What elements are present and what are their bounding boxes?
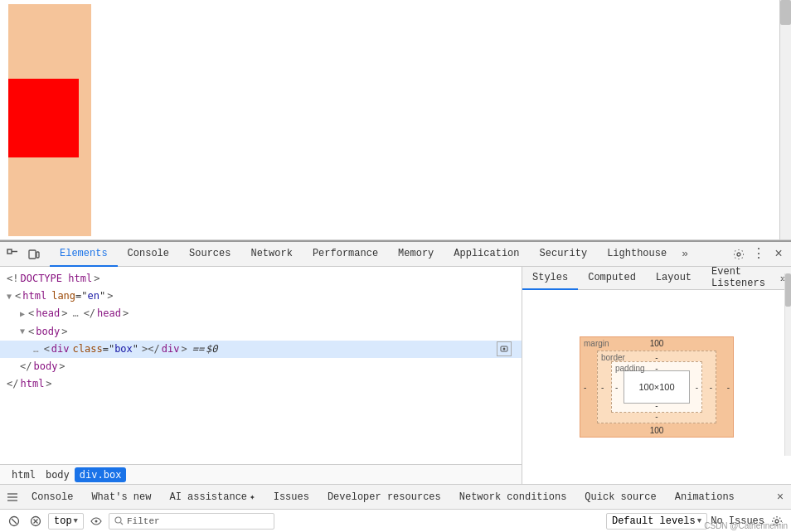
ai-assistance-icon: ✦ (250, 491, 255, 502)
tree-head: ▶ <head> … </head> (0, 305, 522, 322)
svg-rect-3 (36, 252, 39, 258)
default-levels-label: Default levels (612, 515, 696, 527)
bm-padding-label: padding (615, 364, 645, 373)
bm-border-bottom: - (655, 412, 658, 421)
svg-point-6 (503, 348, 506, 351)
head-toggle[interactable]: ▶ (20, 307, 25, 321)
bottom-toolbar: Console What's new AI assistance ✦ Issue… (0, 484, 791, 509)
devtools-more-icon[interactable]: ⋮ (750, 245, 768, 264)
svg-point-15 (95, 520, 98, 522)
bm-content-size: 100×100 (638, 382, 674, 392)
svg-point-4 (737, 253, 740, 256)
bottom-toolbar-close[interactable]: × (773, 490, 788, 505)
browser-scrollbar[interactable] (779, 0, 791, 239)
svg-rect-0 (7, 249, 12, 254)
svg-line-17 (121, 523, 124, 525)
node-screenshot-icon[interactable] (497, 341, 512, 356)
bottom-tab-ai-assistance[interactable]: AI assistance ✦ (161, 486, 263, 509)
devtools-panel: Elements Console Sources Network Perform… (0, 240, 791, 532)
bm-margin-bottom: 100 (650, 426, 664, 435)
tab-memory[interactable]: Memory (388, 242, 444, 267)
devtools-close-icon[interactable]: × (769, 245, 788, 264)
tab-console[interactable]: Console (118, 242, 179, 267)
svg-point-16 (115, 517, 121, 523)
eye-icon[interactable] (87, 512, 105, 530)
tab-computed[interactable]: Computed (578, 267, 646, 290)
bm-margin-right: - (727, 383, 730, 392)
breadcrumb-bar: html body div.box (0, 464, 522, 484)
console-filter-icon[interactable] (27, 512, 45, 530)
breadcrumb-html[interactable]: html (7, 467, 41, 482)
styles-panel: Styles Computed Layout Event Listeners »… (522, 267, 791, 484)
bm-margin[interactable]: margin 100 - - 100 border - - - - (580, 336, 734, 438)
tab-layout[interactable]: Layout (646, 267, 701, 290)
default-levels-selector[interactable]: Default levels ▼ (606, 513, 707, 530)
box-inner-red (8, 79, 79, 157)
more-tabs-button[interactable]: » (677, 242, 693, 267)
tab-network[interactable]: Network (240, 242, 302, 267)
bottom-tab-issues[interactable]: Issues (265, 486, 318, 509)
top-selector-label: top (54, 515, 72, 527)
tree-html-close: </html> (0, 375, 522, 393)
tab-elements[interactable]: Elements (50, 242, 118, 267)
body-toggle[interactable]: ▼ (20, 325, 25, 338)
svg-rect-2 (29, 250, 36, 259)
bm-border[interactable]: border - - - - padding - - - - (597, 351, 716, 423)
console-bar: top ▼ Filter Default levels ▼ No Issues (0, 509, 791, 532)
elements-panel: <!DOCTYPE html> ▼ <html lang="en" > ▶ <h… (0, 267, 522, 484)
tree-html: ▼ <html lang="en" > (0, 288, 522, 305)
styles-scrollbar[interactable] (784, 273, 791, 456)
breadcrumb-body[interactable]: body (41, 467, 75, 482)
console-clear-icon[interactable] (5, 512, 23, 530)
html-toggle[interactable]: ▼ (7, 290, 12, 303)
bm-border-left: - (601, 383, 604, 392)
bottom-tab-developer-resources[interactable]: Developer resources (319, 486, 449, 509)
devtools-actions: ⋮ × (730, 245, 788, 264)
styles-tab-bar: Styles Computed Layout Event Listeners » (522, 267, 791, 290)
tree-body-open: ▼ <body> (0, 323, 522, 341)
tab-styles[interactable]: Styles (522, 267, 578, 290)
bm-padding-top: - (655, 364, 658, 373)
tab-lighthouse[interactable]: Lighthouse (597, 242, 677, 267)
browser-viewport (0, 0, 791, 240)
bm-padding-bottom: - (655, 401, 658, 410)
watermark: CSDN @Catherinemin (704, 521, 788, 530)
filter-search-icon (114, 516, 124, 525)
devtools-tab-bar: Elements Console Sources Network Perform… (0, 242, 791, 267)
tree-doctype: <!DOCTYPE html> (0, 270, 522, 288)
bottom-tab-whats-new[interactable]: What's new (83, 486, 159, 509)
box-model-container: margin 100 - - 100 border - - - - (522, 290, 791, 484)
tab-event-listeners[interactable]: Event Listeners (701, 267, 775, 290)
filter-label: Filter (127, 516, 160, 526)
bm-padding[interactable]: padding - - - - 100×100 (611, 361, 702, 413)
box-model: margin 100 - - 100 border - - - - (580, 336, 734, 438)
bm-content: 100×100 (624, 370, 690, 404)
bottom-tab-animations[interactable]: Animations (667, 486, 743, 509)
html-tree[interactable]: <!DOCTYPE html> ▼ <html lang="en" > ▶ <h… (0, 267, 522, 464)
devtools-settings-icon[interactable] (730, 245, 748, 264)
tab-sources[interactable]: Sources (179, 242, 240, 267)
scrollbar-thumb[interactable] (780, 0, 791, 25)
filter-area[interactable]: Filter (109, 513, 274, 530)
bottom-tab-console[interactable]: Console (23, 486, 81, 509)
device-toolbar-icon[interactable] (25, 245, 43, 264)
top-selector[interactable]: top ▼ (48, 513, 84, 530)
inspect-element-icon[interactable] (3, 245, 22, 264)
svg-line-11 (12, 519, 17, 524)
styles-scrollbar-thumb[interactable] (785, 273, 791, 307)
tab-performance[interactable]: Performance (303, 242, 388, 267)
bm-margin-left: - (584, 383, 586, 392)
default-levels-arrow: ▼ (697, 517, 701, 525)
bm-margin-top: 100 (650, 339, 664, 348)
bottom-tab-quick-source[interactable]: Quick source (576, 486, 664, 509)
bm-padding-right: - (696, 383, 698, 392)
tab-application[interactable]: Application (444, 242, 529, 267)
bottom-drawer-icon[interactable] (3, 488, 22, 506)
tab-security[interactable]: Security (530, 242, 598, 267)
bm-margin-label: margin (584, 339, 609, 348)
breadcrumb-div-box[interactable]: div.box (75, 467, 127, 482)
tree-div-box[interactable]: … <div class="box" ></div> == $0 (0, 341, 522, 358)
bm-border-right: - (710, 383, 712, 392)
bottom-tab-network-conditions[interactable]: Network conditions (451, 486, 575, 509)
bm-padding-left: - (615, 383, 618, 392)
